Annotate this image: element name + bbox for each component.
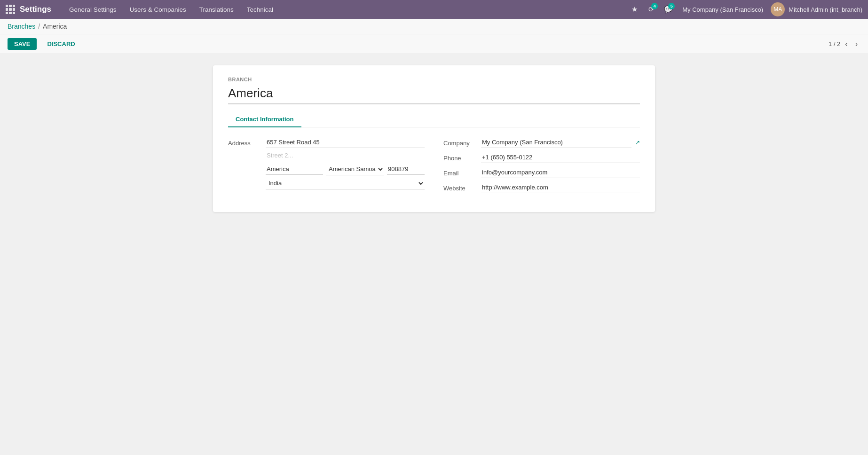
main-content: Branch Contact Information Address Ameri…: [0, 54, 868, 223]
zip-input[interactable]: [387, 164, 425, 175]
menu-item-users-companies[interactable]: Users & Companies: [123, 0, 193, 19]
country-select[interactable]: India: [266, 177, 425, 189]
email-group: Email: [443, 167, 640, 178]
form-tabs: Contact Information: [228, 112, 640, 127]
main-menu: General Settings Users & Companies Trans…: [63, 0, 280, 19]
branch-name-input[interactable]: [228, 84, 640, 104]
company-label: Company: [443, 137, 481, 147]
pagination-next-button[interactable]: ›: [852, 39, 860, 49]
company-switcher[interactable]: My Company (San Francisco): [682, 6, 763, 13]
app-title: Settings: [20, 5, 51, 14]
street1-input[interactable]: [266, 137, 425, 148]
discuss-badge: 5: [668, 3, 675, 9]
update-badge: 4: [651, 3, 658, 9]
city-input[interactable]: [266, 164, 323, 175]
user-avatar[interactable]: MA: [771, 2, 785, 16]
right-fields: Company My Company (San Francisco) ↗ Pho…: [443, 137, 640, 197]
website-label: Website: [443, 182, 481, 192]
email-label: Email: [443, 167, 481, 177]
app-grid-icon[interactable]: [6, 5, 15, 14]
username-display[interactable]: Mitchell Admin (int_branch): [789, 6, 862, 13]
breadcrumb-parent[interactable]: Branches: [8, 23, 35, 30]
top-navigation: Settings General Settings Users & Compan…: [0, 0, 868, 19]
tab-contact-information[interactable]: Contact Information: [228, 112, 301, 127]
phone-group: Phone: [443, 152, 640, 163]
discuss-icon-btn[interactable]: 💬 5: [662, 3, 675, 16]
star-icon-btn[interactable]: ★: [628, 3, 641, 16]
pagination-label: 1 / 2: [829, 40, 840, 47]
pagination-prev-button[interactable]: ‹: [842, 39, 850, 49]
website-input[interactable]: [481, 182, 640, 193]
company-fields: My Company (San Francisco) ↗: [481, 137, 640, 148]
breadcrumb-current: America: [43, 23, 67, 30]
phone-fields: [481, 152, 640, 163]
address-label: Address: [228, 137, 266, 147]
pagination-controls: 1 / 2 ‹ ›: [829, 39, 860, 49]
website-group: Website: [443, 182, 640, 193]
menu-item-general-settings[interactable]: General Settings: [63, 0, 123, 19]
city-state-zip-row: American Samoa: [266, 163, 425, 175]
address-fields: American Samoa India: [266, 137, 425, 189]
breadcrumb-bar: Branches / America: [0, 19, 868, 34]
company-select[interactable]: My Company (San Francisco): [481, 137, 631, 148]
breadcrumb-separator: /: [38, 23, 40, 30]
address-group: Address American Samoa India: [228, 137, 425, 193]
save-button[interactable]: SAVE: [8, 38, 37, 50]
form-grid: Address American Samoa India: [228, 137, 640, 197]
company-field-row: My Company (San Francisco) ↗: [481, 137, 640, 148]
form-card: Branch Contact Information Address Ameri…: [213, 65, 655, 212]
phone-label: Phone: [443, 152, 481, 162]
discard-button[interactable]: DISCARD: [40, 38, 81, 50]
email-fields: [481, 167, 640, 178]
phone-input[interactable]: [481, 152, 640, 163]
state-select[interactable]: American Samoa: [326, 163, 384, 175]
form-section-label: Branch: [228, 77, 640, 82]
street2-input[interactable]: [266, 150, 425, 161]
email-input[interactable]: [481, 167, 640, 178]
update-icon-btn[interactable]: ⟳ 4: [645, 3, 658, 16]
form-toolbar: SAVE DISCARD 1 / 2 ‹ ›: [0, 34, 868, 54]
company-group: Company My Company (San Francisco) ↗: [443, 137, 640, 148]
top-right-actions: ★ ⟳ 4 💬 5 My Company (San Francisco) MA …: [628, 2, 862, 16]
menu-item-technical[interactable]: Technical: [240, 0, 280, 19]
website-fields: [481, 182, 640, 193]
menu-item-translations[interactable]: Translations: [193, 0, 240, 19]
company-external-link-icon[interactable]: ↗: [635, 139, 640, 146]
